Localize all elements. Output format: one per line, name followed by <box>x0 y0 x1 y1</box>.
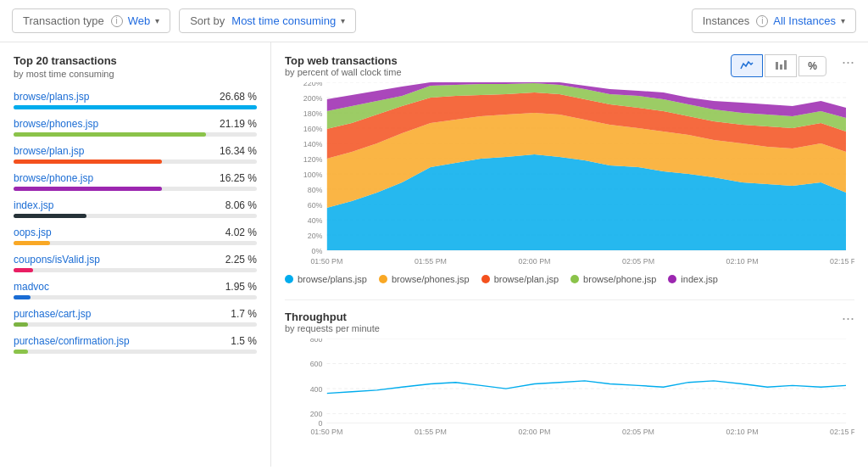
throughput-subtitle: by requests per minute <box>285 323 835 333</box>
throughput-header: Throughput by requests per minute ··· <box>285 311 854 333</box>
transaction-name[interactable]: browse/phones.jsp <box>14 118 98 130</box>
top-chart-title: Top web transactions <box>285 54 731 67</box>
area-chart-button[interactable] <box>731 54 763 77</box>
transaction-name[interactable]: madvoc <box>14 281 49 293</box>
svg-text:180%: 180% <box>303 109 323 118</box>
transaction-name[interactable]: coupons/isValid.jsp <box>14 254 100 266</box>
legend-label: browse/phone.jsp <box>583 274 656 284</box>
legend-item: browse/phones.jsp <box>379 274 470 284</box>
sidebar-title: Top 20 transactions <box>14 54 257 67</box>
bar-track <box>14 241 257 245</box>
chart-controls: % <box>731 54 826 77</box>
transaction-percent: 1.5 % <box>231 335 257 347</box>
bar-track <box>14 159 257 164</box>
list-item: oops.jsp 4.02 % <box>14 227 257 245</box>
legend-label: browse/phones.jsp <box>392 274 470 284</box>
chevron-down-icon: ▾ <box>841 16 845 25</box>
svg-text:60%: 60% <box>308 201 323 210</box>
svg-text:400: 400 <box>310 385 323 394</box>
bar-chart-button[interactable] <box>765 54 797 77</box>
svg-rect-2 <box>784 60 787 70</box>
throughput-more-button[interactable]: ··· <box>835 311 854 326</box>
bar-track <box>14 132 257 137</box>
throughput-title: Throughput <box>285 311 835 323</box>
legend-color <box>285 275 293 283</box>
main-content: Top 20 transactions by most time consumi… <box>0 42 868 467</box>
bar-track <box>14 214 257 218</box>
legend-item: browse/plans.jsp <box>285 274 367 284</box>
chevron-down-icon: ▾ <box>341 16 345 25</box>
transaction-percent: 8.06 % <box>225 199 257 211</box>
svg-text:02:15 PM: 02:15 PM <box>830 257 854 266</box>
bar-fill <box>14 350 28 354</box>
svg-text:02:05 PM: 02:05 PM <box>622 428 654 436</box>
list-item: browse/plan.jsp 16.34 % <box>14 145 257 164</box>
percent-button[interactable]: % <box>798 56 826 76</box>
svg-text:02:10 PM: 02:10 PM <box>726 257 759 266</box>
svg-text:02:00 PM: 02:00 PM <box>518 428 550 436</box>
transaction-name[interactable]: browse/plans.jsp <box>14 91 89 103</box>
bar-icon <box>774 59 787 70</box>
svg-text:02:15 PM: 02:15 PM <box>830 428 854 436</box>
svg-text:200%: 200% <box>303 94 323 103</box>
bar-track <box>14 105 257 109</box>
transaction-list: browse/plans.jsp 26.68 % browse/phones.j… <box>14 91 257 354</box>
throughput-chart-container: 800 600 400 200 0 01:50 PM 01:55 PM 02:0… <box>285 339 854 440</box>
bar-fill <box>14 241 50 245</box>
more-options-button[interactable]: ··· <box>835 54 854 70</box>
svg-text:01:50 PM: 01:50 PM <box>310 428 342 436</box>
legend-color <box>570 275 579 283</box>
svg-text:20%: 20% <box>308 232 323 240</box>
svg-text:02:10 PM: 02:10 PM <box>726 428 759 436</box>
transaction-percent: 16.25 % <box>220 172 257 184</box>
transaction-percent: 21.19 % <box>220 118 257 130</box>
instances-dropdown[interactable]: Instances i All Instances ▾ <box>692 8 856 33</box>
bar-track <box>14 350 257 354</box>
transaction-name[interactable]: browse/plan.jsp <box>14 145 84 157</box>
svg-rect-1 <box>780 64 782 70</box>
sidebar-subtitle: by most time consuming <box>14 69 257 79</box>
area-chart: 220% 200% 180% 160% 140% 120% 100% 80% 6… <box>285 82 854 269</box>
transaction-name[interactable]: purchase/cart.jsp <box>14 308 91 320</box>
instances-label: Instances <box>703 14 750 27</box>
area-icon <box>740 59 754 70</box>
transaction-type-dropdown[interactable]: Transaction type i Web ▾ <box>12 8 170 33</box>
bar-track <box>14 295 257 299</box>
transaction-percent: 1.95 % <box>225 281 257 293</box>
legend-label: index.jsp <box>681 274 717 284</box>
list-item: purchase/cart.jsp 1.7 % <box>14 308 257 327</box>
transaction-type-value: Web <box>128 14 151 27</box>
svg-text:80%: 80% <box>308 186 323 194</box>
bar-track <box>14 268 257 272</box>
transaction-percent: 1.7 % <box>231 308 257 320</box>
svg-text:600: 600 <box>310 361 323 369</box>
chart-legend: browse/plans.jsp browse/phones.jsp brows… <box>285 274 854 284</box>
svg-text:800: 800 <box>310 339 323 344</box>
info-icon: i <box>111 15 123 27</box>
transaction-percent: 2.25 % <box>225 254 257 266</box>
svg-text:01:55 PM: 01:55 PM <box>415 428 447 436</box>
transaction-name[interactable]: browse/phone.jsp <box>14 172 93 184</box>
instances-value: All Instances <box>773 14 836 27</box>
top-bar: Transaction type i Web ▾ Sort by Most ti… <box>0 0 868 42</box>
bar-track <box>14 322 257 327</box>
transaction-name[interactable]: purchase/confirmation.jsp <box>14 335 130 347</box>
bar-fill <box>14 159 162 164</box>
svg-text:02:00 PM: 02:00 PM <box>518 257 550 266</box>
transaction-name[interactable]: index.jsp <box>14 199 53 211</box>
transaction-percent: 4.02 % <box>225 227 257 238</box>
svg-text:140%: 140% <box>303 140 323 148</box>
svg-text:160%: 160% <box>303 125 323 133</box>
legend-color <box>379 275 387 283</box>
transaction-name[interactable]: oops.jsp <box>14 227 52 238</box>
sort-by-value: Most time consuming <box>231 14 336 27</box>
throughput-section: Throughput by requests per minute ··· 80… <box>285 299 854 440</box>
transaction-percent: 16.34 % <box>220 145 257 157</box>
legend-item: browse/plan.jsp <box>481 274 559 284</box>
legend-item: index.jsp <box>668 274 717 284</box>
top-chart-header: Top web transactions by percent of wall … <box>285 54 854 77</box>
list-item: browse/plans.jsp 26.68 % <box>14 91 257 109</box>
bar-fill <box>14 132 206 137</box>
sort-by-label: Sort by <box>190 14 225 27</box>
sort-by-dropdown[interactable]: Sort by Most time consuming ▾ <box>179 8 356 33</box>
